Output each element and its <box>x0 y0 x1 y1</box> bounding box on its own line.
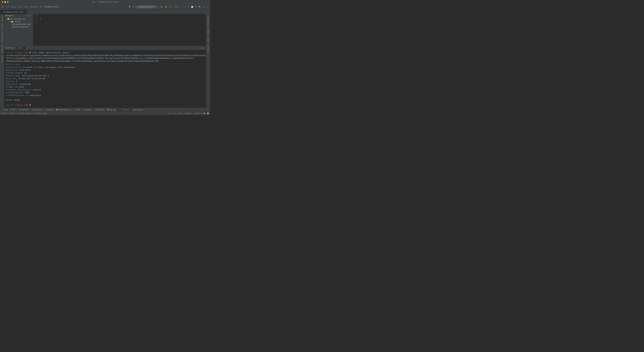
terminal-tab-local[interactable]: Local ✕ <box>16 47 26 49</box>
sidebar-item-github-copilot[interactable]: GitHub Copilot <box>207 14 209 27</box>
git-push-btn[interactable]: ↗ <box>187 6 190 8</box>
terminal-settings-icon[interactable]: ⚙ <box>202 47 203 49</box>
git-branch-label: master <box>196 113 202 114</box>
tree-label: dev.danvega.jwt <box>10 18 26 20</box>
git-check2-btn[interactable]: ✓ <box>184 6 186 8</box>
tree-item-config[interactable]: ▼ 📁 config <box>4 20 33 23</box>
breadcrumb-danvega[interactable]: danvega <box>30 6 37 8</box>
tab-close-btn[interactable]: ✕ <box>24 11 25 13</box>
statusbar-bell-icon[interactable]: 🔔 <box>207 112 209 114</box>
breadcrumb-jwtpkg[interactable]: jwt <box>39 6 42 8</box>
sidebar-item-bookmarks[interactable]: Bookmarks <box>1 43 3 54</box>
run2-btn[interactable]: ▶ <box>202 6 205 8</box>
tab-profiler[interactable]: ⏱ Profiler <box>31 109 44 111</box>
sidebar-item-notifications[interactable]: Notifications <box>207 43 209 54</box>
statusbar-message: Pushed 1 commit to origin/master (3 minu… <box>1 113 166 114</box>
breadcrumb-dev[interactable]: dev <box>24 6 28 8</box>
tab-graphql[interactable]: ◈ GraphQL <box>82 109 93 111</box>
tree-item-securityconfig[interactable]: C SecurityConfig <box>4 26 33 28</box>
run-config-selector[interactable]: ☕ JwtApplication ▾ <box>136 5 156 8</box>
tab-problems[interactable]: ⚠ Problems <box>93 109 105 111</box>
run-btn[interactable]: ▶ <box>157 6 159 8</box>
services-icon: ⚙ <box>133 109 134 111</box>
git-check-btn[interactable]: ✓ <box>180 6 183 8</box>
more-run-btn[interactable]: ⬇ <box>168 6 171 8</box>
close-panel-btn[interactable]: — <box>31 15 32 17</box>
tab-build[interactable]: 🔨 Build <box>44 109 54 111</box>
tab-terminal-label: Terminal <box>122 109 130 111</box>
statusbar-indent[interactable]: 4 spaces <box>184 113 192 114</box>
code-text[interactable]: } <box>39 14 206 46</box>
scroll-from-source-btn[interactable]: ⇤ <box>28 15 28 17</box>
window-controls[interactable] <box>2 1 9 3</box>
statusbar-line-col[interactable]: 16:2 <box>168 113 172 114</box>
tree-item-rsakeyproperties[interactable]: R RsaKeyProperties <box>4 23 33 26</box>
sidebar-item-database[interactable]: Database <box>207 27 209 36</box>
code-line-16: } <box>40 17 206 20</box>
problems-icon: ⚠ <box>94 109 96 111</box>
tab-terminal[interactable]: ⬛ Terminal <box>118 109 131 111</box>
coverage-btn[interactable]: ⚡ <box>164 6 168 8</box>
statusbar-encoding[interactable]: UTF-8 <box>178 113 182 114</box>
minimize-dot[interactable] <box>4 1 6 3</box>
line-16: 16 <box>33 17 38 20</box>
terminal-title-label: Terminal: <box>6 47 15 49</box>
sidebar-item-pull-requests[interactable]: Pull Requests <box>1 30 3 43</box>
graphql-icon: ◈ <box>83 109 84 111</box>
search-everywhere-btn[interactable]: 🔍 <box>128 6 131 8</box>
folder-icon: 📁 <box>11 21 13 23</box>
close-dot[interactable] <box>2 1 4 3</box>
search-btn[interactable]: 🔍 <box>198 6 202 8</box>
sidebar-item-project[interactable]: Project <box>1 14 3 22</box>
settings-btn[interactable]: ⚙ <box>29 15 30 17</box>
tab-endpoints[interactable]: ⚡ Endpoints <box>17 109 30 111</box>
run-icon: ▶ <box>11 109 12 111</box>
breadcrumb-java[interactable]: java <box>18 6 22 8</box>
line-17: 17 <box>33 20 38 23</box>
terminal-header: Terminal: Local ✕ + ▾ ⚙ — <box>4 46 206 50</box>
debug-btn[interactable]: 🐛 <box>160 6 164 8</box>
sidebar-item-structure[interactable]: Structure <box>1 54 3 63</box>
tab-dependencies[interactable]: 📦 Dependencies <box>55 109 72 111</box>
statusbar-line-sep[interactable]: LF <box>174 113 176 114</box>
breadcrumb-src[interactable]: src <box>6 6 10 8</box>
git-history-btn[interactable]: 🕐 <box>190 6 194 8</box>
git-rollback-btn[interactable]: ↩ <box>195 6 197 8</box>
stop-btn[interactable]: ■ <box>172 6 174 8</box>
terminal-tab-close[interactable]: ✕ <box>24 47 24 49</box>
breadcrumb-main[interactable]: main <box>12 6 16 8</box>
terminal-chevron-btn[interactable]: ▾ <box>29 47 30 49</box>
statusbar-git-branch[interactable]: ⎇ master <box>193 112 202 114</box>
terminal-add-btn[interactable]: + <box>27 47 28 49</box>
project-dropdown[interactable]: ▾ <box>13 15 14 17</box>
tab-run[interactable]: ▶ Run <box>10 109 16 111</box>
statusbar-right: 16:2 LF UTF-8 4 spaces ⎇ master 🔒 🔔 <box>168 112 209 114</box>
tab-label: JwtApplication.java <box>4 11 24 13</box>
breadcrumb: jwt › src › main › java › dev › danvega … <box>1 6 128 8</box>
code-editor[interactable]: 15 16 17 } ✓ <box>33 14 206 46</box>
file-tree-panel: Project ▾ ⊟ ⇤ ⚙ — 📁 dev.danvega.jwt <box>4 14 33 46</box>
breadcrumb-class[interactable]: JwtApplication <box>44 6 59 8</box>
collapse-all-btn[interactable]: ⊟ <box>26 15 27 17</box>
tree-item-dev-danvega-jwt[interactable]: 📁 dev.danvega.jwt <box>4 17 33 20</box>
tab-jwtapplication[interactable]: ☕ JwtApplication.java ✕ <box>0 10 27 14</box>
tab-spring[interactable]: 🌱 Spring <box>106 109 117 111</box>
profiler-icon: ⏱ <box>32 109 34 111</box>
breadcrumb-jwt[interactable]: jwt <box>1 6 4 8</box>
vcs-btn[interactable]: ⬆ <box>132 6 135 8</box>
tab-git[interactable]: ⎇ Git <box>1 109 9 111</box>
tab-build-label: Build <box>48 109 53 111</box>
maximize-dot[interactable] <box>7 1 9 3</box>
terminal-minimize-icon[interactable]: — <box>204 47 205 49</box>
java-r-icon: R <box>12 23 14 25</box>
tab-todo[interactable]: ☑ TODO <box>73 109 81 111</box>
toolbar-right: 🔍 ⬆ ☕ JwtApplication ▾ ▶ 🐛 ⚡ ⬇ ■ Git: ✓ … <box>128 5 209 8</box>
sidebar-item-commit[interactable]: Commit <box>1 22 3 30</box>
tree-label: RsaKeyProperties <box>14 23 31 25</box>
tab-services[interactable]: ⚙ Services <box>132 109 144 111</box>
sidebar-item-maven[interactable]: Maven <box>207 36 209 43</box>
file-saved-indicator: ✓ <box>203 15 204 17</box>
terminal-btn[interactable]: ⬛ <box>206 6 209 8</box>
terminal-body[interactable]: jwt on ﬧ master [?] 🚀 http :8080 'Author… <box>4 50 206 108</box>
folder-icon: 📁 <box>7 18 10 20</box>
